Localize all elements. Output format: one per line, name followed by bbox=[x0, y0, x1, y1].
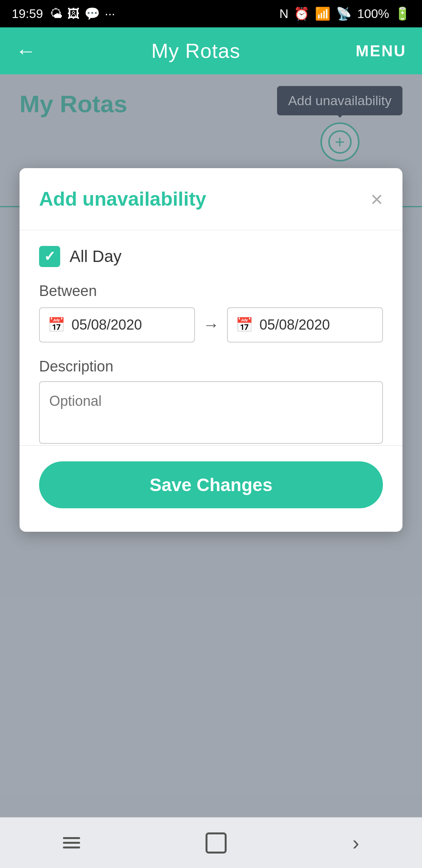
home-icon bbox=[206, 832, 227, 854]
description-label: Description bbox=[39, 358, 383, 375]
modal-footer: Save Changes bbox=[20, 445, 402, 508]
battery-label: 100% bbox=[357, 7, 389, 21]
between-label: Between bbox=[39, 283, 383, 299]
more-icon: ··· bbox=[105, 7, 115, 21]
description-input[interactable] bbox=[39, 381, 383, 444]
nav-back-button[interactable]: ‹ bbox=[352, 831, 359, 855]
nav-menu-button[interactable] bbox=[63, 837, 80, 848]
messenger-icon: 💬 bbox=[84, 6, 100, 21]
status-time: 19:59 bbox=[12, 7, 43, 21]
wifi-icon: 📶 bbox=[315, 6, 331, 21]
bottom-nav: ‹ bbox=[0, 817, 422, 868]
modal-close-button[interactable]: × bbox=[370, 188, 383, 210]
end-calendar-icon: 📅 bbox=[236, 317, 253, 333]
modal-header: Add unavailability × bbox=[39, 188, 383, 210]
add-unavailability-modal: Add unavailability × ✓ All Day Between 📅… bbox=[20, 168, 402, 532]
start-date-input[interactable]: 📅 05/08/2020 bbox=[39, 307, 195, 343]
start-calendar-icon: 📅 bbox=[48, 317, 65, 333]
save-changes-button[interactable]: Save Changes bbox=[39, 461, 383, 508]
nav-title: My Rotas bbox=[151, 39, 240, 63]
date-row: 📅 05/08/2020 → 📅 05/08/2020 bbox=[39, 307, 383, 343]
menu-button[interactable]: MENU bbox=[356, 42, 406, 60]
end-date-input[interactable]: 📅 05/08/2020 bbox=[227, 307, 383, 343]
alarm-icon: ⏰ bbox=[294, 6, 309, 21]
nfc-icon: N bbox=[279, 7, 288, 21]
end-date-value: 05/08/2020 bbox=[259, 317, 330, 333]
all-day-label: All Day bbox=[70, 247, 122, 266]
back-button[interactable]: ← bbox=[16, 39, 36, 63]
back-chevron-icon: ‹ bbox=[352, 831, 359, 855]
back-icon: ← bbox=[16, 39, 36, 63]
photo-icon: 🖼 bbox=[67, 7, 80, 21]
signal-icon: 📡 bbox=[336, 6, 352, 21]
arrow-separator: → bbox=[203, 316, 219, 334]
weather-icon: 🌤 bbox=[50, 7, 63, 21]
hamburger-icon bbox=[63, 837, 80, 848]
nav-home-button[interactable] bbox=[206, 832, 227, 854]
all-day-row: ✓ All Day bbox=[39, 246, 383, 267]
start-date-value: 05/08/2020 bbox=[72, 317, 142, 333]
all-day-checkbox[interactable]: ✓ bbox=[39, 246, 60, 267]
checkmark-icon: ✓ bbox=[44, 248, 55, 265]
battery-icon: 🔋 bbox=[395, 6, 410, 21]
modal-divider bbox=[20, 230, 402, 230]
status-bar: 19:59 🌤 🖼 💬 ··· N ⏰ 📶 📡 100% 🔋 bbox=[0, 0, 422, 27]
modal-title: Add unavailability bbox=[39, 188, 206, 210]
nav-bar: ← My Rotas MENU bbox=[0, 27, 422, 74]
